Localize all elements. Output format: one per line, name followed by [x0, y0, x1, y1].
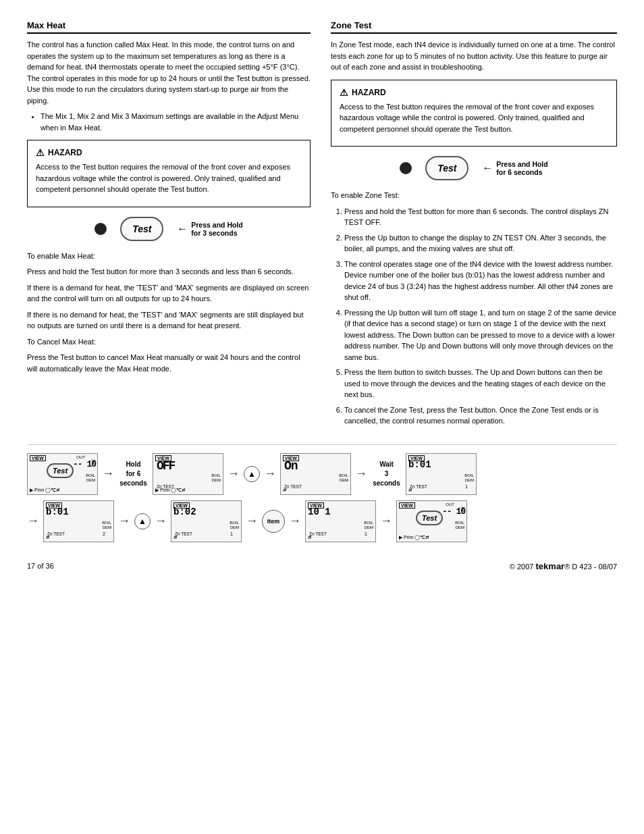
zone-test-step-1: Press and hold the Test button for more … [344, 206, 617, 228]
boil-dem-1: BOILDEM [86, 473, 95, 483]
bottom-icons-4: ≓ [408, 488, 412, 493]
right-column: Zone Test In Zone Test mode, each tN4 de… [331, 20, 617, 432]
enable-zone-test-label: To enable Zone Test: [331, 190, 617, 201]
max-heat-step2: If there is a demand for heat, the 'TEST… [27, 282, 311, 305]
bottom-icons-2: ▶ Prim ◯℃≓ [155, 488, 186, 493]
zone-test-title: Zone Test [331, 20, 617, 34]
left-arrow-icon: ← [177, 223, 188, 235]
cancel-max-heat-label: To Cancel Max Heat: [27, 336, 311, 348]
left-arrow-icon-2: ← [482, 162, 493, 174]
hold-label: Holdfor 6seconds [118, 460, 149, 488]
zone-test-step-2: Press the Up button to change the displa… [344, 232, 617, 255]
view-label-8: VIEW [399, 502, 415, 509]
boil-dem-6: BOILDEM [230, 521, 239, 530]
diagram-row-1: VIEW OUT Test °F -- 10 BOILDEM ▶ Prim ◯℃… [27, 453, 617, 495]
diagram-row-2: → VIEW b:01 BOILDEM Zn TEST 2 ≓ → ▲ → VI… [27, 500, 617, 542]
max-heat-bullet: The Mix 1, Mix 2 and Mix 3 Maximum setti… [41, 111, 311, 133]
max-heat-hazard-box: ⚠ HAZARD Access to the Test button requi… [27, 140, 311, 207]
max-heat-step1: Press and hold the Test button for more … [27, 266, 311, 278]
arrow-right-7: → [155, 514, 167, 528]
test-oval: Test [47, 463, 74, 478]
zone-test-step-3: The control operates stage one of the tN… [344, 259, 617, 303]
arrow-right-5: → [27, 514, 39, 528]
num-label-7: 1 [365, 531, 367, 536]
max-heat-test-button-row: Test ← Press and Hold for 3 seconds [27, 217, 311, 241]
press-hold-label: ← Press and Hold for 3 seconds [177, 221, 242, 237]
zone-press-hold-label: ← Press and Hold for 6 seconds [482, 160, 547, 176]
zone-test-hazard-box: ⚠ HAZARD Access to the Test button requi… [331, 80, 617, 147]
bottom-icons-8: ▶ Prim ◯℃≓ [399, 535, 429, 540]
boil-dem-5: BOILDEM [102, 521, 111, 530]
diagram-section: VIEW OUT Test °F -- 10 BOILDEM ▶ Prim ◯℃… [27, 444, 617, 542]
main-display-5: b:01 [46, 506, 69, 517]
up-button-2[interactable]: ▲ [134, 513, 151, 529]
diag-screen-1: VIEW OUT Test °F -- 10 BOILDEM ▶ Prim ◯℃… [27, 453, 98, 495]
test-button-graphic: Test [120, 217, 163, 241]
arrow-right-6: → [118, 514, 130, 528]
view-label: VIEW [30, 455, 46, 461]
arrow-right-2: → [227, 467, 240, 481]
max-heat-intro: The control has a function called Max He… [27, 39, 311, 106]
page: Max Heat The control has a function call… [0, 0, 644, 585]
diag-screen-6: VIEW b:02 BOILDEM Zn TEST 1 ≓ [171, 500, 242, 542]
dot-icon [95, 223, 107, 235]
main-display-1: -- 10 [73, 459, 96, 469]
main-display-2: OFF [157, 459, 174, 473]
bottom-icons-3: ≓ [283, 488, 287, 493]
footer-brand: © 2007 tekmar® D 423 - 08/07 [510, 561, 617, 571]
main-display-6: b:02 [173, 506, 196, 517]
diag-screen-4: VIEW b:01 BOILDEM Zn TEST 1 ≓ [406, 453, 477, 495]
boil-dem-7: BOILDEM [364, 521, 373, 530]
bottom-icons-5: ≓ [46, 535, 50, 540]
diag-screen-8: VIEW OUT Test °F -- 10 BOILDEM ▶ Prim ◯℃… [396, 500, 467, 542]
zone-test-button-row: Test ← Press and Hold for 6 seconds [331, 156, 617, 180]
up-button-1[interactable]: ▲ [244, 466, 260, 482]
diag-screen-5: VIEW b:01 BOILDEM Zn TEST 2 ≓ [43, 500, 114, 542]
zone-test-step-5: Press the Item button to switch busses. … [344, 367, 617, 400]
bottom-icons-6: ≓ [173, 535, 178, 540]
zone-test-hazard-title: ⚠ HAZARD [340, 87, 608, 98]
arrow-right-3: → [264, 467, 276, 481]
diagram-rows: VIEW OUT Test °F -- 10 BOILDEM ▶ Prim ◯℃… [27, 453, 617, 542]
boil-dem-8: BOILDEM [455, 521, 464, 530]
num-label-6: 1 [230, 531, 233, 536]
zone-test-hazard-text: Access to the Test button requires the r… [340, 101, 608, 135]
max-heat-hazard-text: Access to the Test button requires the r… [36, 161, 302, 195]
hazard-triangle-icon-2: ⚠ [340, 87, 348, 98]
zone-test-button-graphic: Test [425, 156, 468, 180]
arrow-right-4: → [355, 467, 367, 481]
two-column-layout: Max Heat The control has a function call… [27, 20, 617, 432]
bottom-icons-7: ≓ [308, 535, 312, 540]
max-heat-cancel-text: Press the Test button to cancel Max Heat… [27, 352, 311, 374]
main-display-7: 10 1 [308, 506, 331, 517]
boil-dem-4: BOILDEM [464, 473, 474, 483]
hazard-triangle-icon: ⚠ [36, 147, 45, 158]
arrow-right-1: → [102, 467, 114, 481]
main-display-3: On [284, 459, 298, 473]
diag-screen-7: VIEW 10 1 BOILDEM Zn TEST 1 ≓ [305, 500, 376, 542]
zone-test-steps: Press and hold the Test button for more … [344, 206, 617, 427]
num-label-4: 1 [465, 484, 468, 489]
arrow-right-9: → [289, 514, 301, 528]
enable-max-heat-label: To enable Max Heat: [27, 251, 311, 262]
wait-label: Wait3seconds [371, 460, 402, 488]
zone-test-step-4: Pressing the Up button will turn off sta… [344, 307, 617, 363]
item-button[interactable]: Item [262, 510, 285, 533]
page-footer: 17 of 36 © 2007 tekmar® D 423 - 08/07 [27, 556, 617, 571]
brand-name: tekmar [536, 561, 565, 571]
max-heat-title: Max Heat [27, 20, 311, 34]
arrow-right-8: → [246, 514, 258, 528]
left-column: Max Heat The control has a function call… [27, 20, 311, 432]
test-oval-2: Test [416, 511, 443, 525]
num-label-5: 2 [103, 531, 105, 536]
main-display-4: b:01 [408, 459, 431, 470]
dot-icon-2 [400, 162, 412, 174]
diag-screen-3: VIEW On BOILDEM Zn TEST ≓ [280, 453, 351, 495]
boil-dem-3: BOILDEM [339, 473, 348, 483]
arrow-right-10: → [380, 514, 392, 528]
boil-dem-2: BOILDEM [211, 473, 221, 483]
zone-test-intro: In Zone Test mode, each tN4 device is in… [331, 39, 617, 73]
zone-test-step-6: To cancel the Zone Test, press the Test … [344, 405, 617, 427]
max-heat-hazard-title: ⚠ HAZARD [36, 147, 302, 158]
max-heat-step3: If there is no demand for heat, the 'TES… [27, 309, 311, 332]
